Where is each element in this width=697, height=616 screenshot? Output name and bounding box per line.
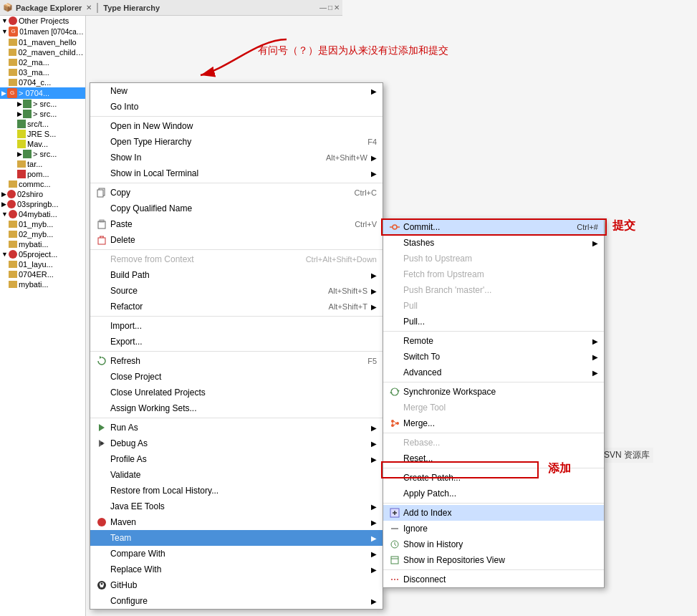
submenu-item-show-repositories[interactable]: Show in Repositories View — [383, 552, 604, 568]
menu-item-validate[interactable]: Validate — [90, 467, 383, 483]
tree-item-01myb[interactable]: 01_myb... — [0, 219, 85, 229]
menu-item-close-unrelated[interactable]: Close Unrelated Projects — [90, 385, 383, 400]
submenu-item-show-history[interactable]: Show in History — [383, 536, 604, 552]
submenu-item-label: Disconnect — [403, 574, 598, 584]
menu-item-close-project[interactable]: Close Project — [90, 369, 383, 385]
tree-item-01maven[interactable]: ▼ G 01maven [0704carr... — [0, 26, 85, 37]
tree-item-05project[interactable]: ▼ 05project... — [0, 249, 85, 259]
tree-item-03springb[interactable]: ▶ 03springb... — [0, 199, 85, 209]
menu-item-replace-with[interactable]: Replace With ▶ — [90, 562, 383, 577]
close-btn[interactable]: ✕ — [334, 4, 340, 11]
svg-point-14 — [393, 225, 397, 229]
tree-label: src/t... — [27, 120, 49, 128]
submenu-item-apply-patch[interactable]: Apply Patch... — [383, 486, 604, 501]
team-submenu[interactable]: Commit... Ctrl+# Stashes ▶ Push to Upstr… — [383, 218, 605, 588]
svg-rect-4 — [98, 238, 105, 244]
menu-item-label: Export... — [110, 337, 377, 347]
shortcut-label: Ctrl+C — [355, 188, 377, 197]
folder-icon — [9, 281, 17, 288]
tree-item-other-projects[interactable]: ▼ Other Projects — [0, 16, 85, 26]
tree-label: commc... — [19, 180, 51, 188]
submenu-item-remote[interactable]: Remote ▶ — [383, 333, 604, 349]
menu-item-compare-with[interactable]: Compare With ▶ — [90, 546, 383, 562]
menu-item-assign-working-sets[interactable]: Assign Working Sets... — [90, 400, 383, 416]
tree-item-pom[interactable]: pom... — [0, 169, 85, 179]
tree-item-0704c[interactable]: 0704_c... — [0, 77, 85, 87]
menu-item-profile-as[interactable]: Profile As ▶ — [90, 451, 383, 467]
tree-item-jre[interactable]: JRE S... — [0, 129, 85, 139]
menu-item-configure[interactable]: Configure ▶ — [90, 593, 383, 609]
pull-dots-icon — [389, 316, 400, 327]
tree-item-srct[interactable]: src/t... — [0, 119, 85, 129]
menu-item-restore-history[interactable]: Restore from Local History... — [90, 483, 383, 499]
menu-item-open-new-window[interactable]: Open in New Window — [90, 118, 383, 134]
menu-item-debug-as[interactable]: Debug As ▶ — [90, 435, 383, 451]
tree-item-04mybatis[interactable]: ▼ 04mybati... — [0, 209, 85, 219]
tree-item-02ma[interactable]: 02_ma... — [0, 57, 85, 67]
folder-icon — [9, 271, 17, 278]
menu-item-github[interactable]: GitHub — [90, 577, 383, 593]
menu-item-refactor[interactable]: Refactor Alt+Shift+T ▶ — [90, 299, 383, 314]
tree-label: mybati... — [19, 280, 49, 289]
tree-item-01layu[interactable]: 01_layu... — [0, 259, 85, 269]
submenu-item-label: Show in Repositories View — [403, 555, 598, 565]
menu-item-open-type-hierarchy[interactable]: Open Type Hierarchy F4 — [90, 134, 383, 150]
submenu-item-pull-dots[interactable]: Pull... — [383, 314, 604, 329]
menu-item-show-local-terminal[interactable]: Show in Local Terminal ▶ — [90, 165, 383, 181]
tree-item-0704-selected[interactable]: ▶ G > 0704... — [0, 87, 85, 99]
menu-item-copy[interactable]: Copy Ctrl+C — [90, 185, 383, 201]
tree-item-commc[interactable]: commc... — [0, 179, 85, 189]
tree-label: > src... — [33, 100, 57, 108]
expand-icon: ▶ — [17, 100, 22, 107]
tree-item-src2[interactable]: ▶ > src... — [0, 109, 85, 119]
menu-item-show-in[interactable]: Show In Alt+Shift+W ▶ — [90, 150, 383, 165]
context-menu[interactable]: New ▶ Go Into Open in New Window Open Ty… — [90, 82, 383, 610]
menu-item-paste[interactable]: Paste Ctrl+V — [90, 216, 383, 232]
menu-item-team[interactable]: Team ▶ — [90, 530, 383, 546]
tree-item-src3[interactable]: ▶ > src... — [0, 149, 85, 159]
menu-item-go-into[interactable]: Go Into — [90, 99, 383, 115]
tree-item-03ma[interactable]: 03_ma... — [0, 67, 85, 77]
submenu-item-stashes[interactable]: Stashes ▶ — [383, 235, 604, 251]
menu-item-refresh[interactable]: Refresh F5 — [90, 353, 383, 369]
tree-label: 01_maven_hello — [19, 38, 77, 47]
submenu-item-merge[interactable]: Merge... — [383, 415, 604, 431]
tree-item-01-maven-hello[interactable]: 01_maven_hello — [0, 37, 85, 47]
tree-item-02myb[interactable]: 02_myb... — [0, 229, 85, 239]
submenu-item-advanced[interactable]: Advanced ▶ — [383, 365, 604, 380]
tree-item-02-maven-children[interactable]: 02_maven_children — [0, 47, 85, 57]
menu-item-export[interactable]: Export... — [90, 334, 383, 350]
menu-item-java-ee-tools[interactable]: Java EE Tools ▶ — [90, 499, 383, 514]
tree-item-maven[interactable]: Mav... — [0, 139, 85, 149]
submenu-item-add-to-index[interactable]: Add to Index — [383, 505, 604, 521]
submenu-item-disconnect[interactable]: Disconnect — [383, 572, 604, 587]
arrow-icon: ▶ — [371, 566, 377, 574]
show-icon — [96, 152, 107, 163]
tree-item-src1[interactable]: ▶ > src... — [0, 99, 85, 109]
menu-item-new[interactable]: New ▶ — [90, 83, 383, 99]
menu-item-copy-qualified[interactable]: Copy Qualified Name — [90, 201, 383, 216]
submenu-item-switch-to[interactable]: Switch To ▶ — [383, 349, 604, 365]
tree-item-0704er[interactable]: 0704ER... — [0, 269, 85, 279]
menu-item-delete[interactable]: Delete — [90, 232, 383, 248]
git-icon: G — [9, 27, 18, 37]
submenu-item-synchronize[interactable]: Synchronize Workspace — [383, 384, 604, 400]
separator — [90, 183, 383, 183]
menu-item-maven[interactable]: Maven ▶ — [90, 514, 383, 530]
menu-item-import[interactable]: Import... — [90, 318, 383, 334]
tree-item-tar[interactable]: tar... — [0, 159, 85, 169]
submenu-item-ignore[interactable]: Ignore — [383, 521, 604, 536]
menu-item-source[interactable]: Source Alt+Shift+S ▶ — [90, 283, 383, 299]
menu-item-build-path[interactable]: Build Path ▶ — [90, 267, 383, 283]
menu-item-label: Close Project — [110, 372, 377, 382]
maximize-btn[interactable]: □ — [328, 4, 332, 11]
stashes-icon — [389, 237, 400, 249]
tree-item-mybati2[interactable]: mybati... — [0, 279, 85, 289]
submenu-item-commit[interactable]: Commit... Ctrl+# — [383, 219, 604, 235]
menu-item-run-as[interactable]: Run As ▶ — [90, 420, 383, 435]
copy-qualified-icon — [96, 203, 107, 214]
tree-item-mybati[interactable]: mybati... — [0, 239, 85, 249]
tree-item-02shiro[interactable]: ▶ 02shiro — [0, 189, 85, 199]
minimize-btn[interactable]: — — [319, 4, 327, 11]
debug-icon — [96, 438, 107, 449]
